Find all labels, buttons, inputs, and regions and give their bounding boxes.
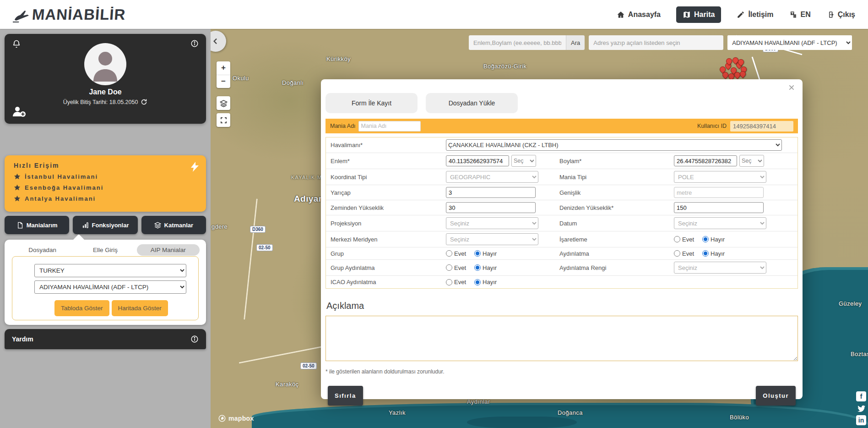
mania-tipi-select[interactable]: POLE bbox=[674, 171, 766, 183]
radio-hayir[interactable]: Hayır bbox=[474, 264, 497, 271]
manialarim-panel: Dosyadan Elle Giriş AIP Manialar TURKEY … bbox=[5, 240, 206, 325]
quick-access-item-esenboga[interactable]: Esenboğa Havalimani bbox=[14, 184, 197, 191]
datum-select[interactable]: Seçiniz bbox=[674, 217, 766, 229]
koordinat-tipi-select[interactable]: GEOGRAPHIC bbox=[446, 171, 538, 183]
help-panel-header[interactable]: Yardım bbox=[5, 329, 206, 349]
map-place-label: Doğanca bbox=[558, 409, 583, 416]
enlem-sec-select[interactable]: Seç bbox=[511, 155, 536, 167]
mania-form: Havalimanı* ÇANAKKALE HAVALİMANI (CKZ - … bbox=[326, 137, 798, 289]
grup-radio-group: Evet Hayır bbox=[446, 250, 559, 257]
create-button[interactable]: Oluştur bbox=[756, 386, 796, 406]
merkezi-meridyen-select[interactable]: Seçiniz bbox=[446, 233, 538, 245]
search-button[interactable]: Ara bbox=[566, 35, 585, 50]
map-place-label: Okulu bbox=[233, 75, 249, 82]
description-title: Açıklama bbox=[326, 301, 798, 311]
linkedin-icon[interactable]: in bbox=[856, 415, 866, 425]
translate-icon bbox=[789, 11, 797, 19]
radio-hayir[interactable]: Hayır bbox=[702, 236, 725, 243]
tab-dosyadan[interactable]: Dosyadan bbox=[11, 244, 74, 256]
zoom-out-button[interactable]: − bbox=[217, 75, 230, 88]
tab-elle-giris[interactable]: Elle Giriş bbox=[74, 244, 136, 256]
boylam-input[interactable] bbox=[674, 155, 737, 166]
grup-aydinlatma-radio-group: Evet Hayır bbox=[446, 264, 559, 271]
notification-bell-icon[interactable] bbox=[12, 39, 21, 50]
form-row-grup-aydinlatma: Grup Evet Hayır Aydınlatma Evet Hayır bbox=[326, 247, 797, 260]
zeminden-yukseklik-input[interactable] bbox=[446, 202, 536, 213]
radio-evet[interactable]: Evet bbox=[446, 279, 466, 285]
map-place-label: Yazlık bbox=[389, 409, 406, 416]
show-in-table-button[interactable]: Tabloda Göster bbox=[54, 300, 109, 316]
icao-radio-group: Evet Hayır bbox=[446, 279, 559, 285]
airport-select[interactable]: ADIYAMAN HAVALİMANI (ADF - LTCP) bbox=[34, 280, 186, 294]
tab-form-ile-kayit[interactable]: Form İle Kayıt bbox=[326, 93, 418, 113]
nav-language[interactable]: EN bbox=[789, 11, 811, 19]
road-badge: D360 bbox=[250, 226, 266, 233]
map-search-bar: Ara ADIYAMAN HAVALİMANI (ADF - LTCP) bbox=[469, 35, 852, 50]
star-icon bbox=[14, 195, 21, 202]
layers-icon bbox=[220, 99, 228, 107]
tab-dosyadan-yukle[interactable]: Dosyadan Yükle bbox=[426, 93, 518, 113]
required-fields-note: * ile gösterilen alanların doldurulması … bbox=[326, 368, 798, 375]
quick-access-item-istanbul[interactable]: İstanbul Havalimani bbox=[14, 173, 197, 180]
road-badge: 02-50 bbox=[300, 362, 317, 369]
nav-harita[interactable]: Harita bbox=[676, 6, 721, 23]
aydinlatma-rengi-select[interactable]: Seçiniz bbox=[674, 262, 766, 274]
radio-evet[interactable]: Evet bbox=[446, 264, 466, 271]
form-row-koordinat-mania-tipi: Koordinat Tipi GEOGRAPHIC Mania Tipi POL… bbox=[326, 169, 797, 185]
radio-evet[interactable]: Evet bbox=[446, 250, 466, 257]
aip-buttons: Tabloda Göster Haritada Göster bbox=[34, 300, 198, 316]
yaricap-input[interactable] bbox=[446, 187, 536, 198]
profile-card: Jane Doe Üyelik Bitiş Tarihi: 18.05.2050 bbox=[5, 34, 206, 124]
close-icon[interactable] bbox=[788, 83, 795, 93]
help-info-icon[interactable] bbox=[190, 335, 199, 343]
radio-evet[interactable]: Evet bbox=[674, 250, 694, 257]
radio-hayir[interactable]: Hayır bbox=[474, 279, 497, 285]
quick-access-title: Hızlı Erişim bbox=[14, 162, 197, 169]
country-select[interactable]: TURKEY bbox=[34, 264, 186, 277]
aip-selection-box: TURKEY ADIYAMAN HAVALİMANI (ADF - LTCP) … bbox=[12, 256, 199, 320]
enlem-input[interactable] bbox=[446, 155, 509, 166]
nav-iletisim[interactable]: İletişim bbox=[737, 11, 773, 19]
form-row-havalimani: Havalimanı* ÇANAKKALE HAVALİMANI (CKZ - … bbox=[326, 137, 797, 153]
map-airport-select[interactable]: ADIYAMAN HAVALİMANI (ADF - LTCP) bbox=[727, 35, 852, 50]
radio-hayir[interactable]: Hayır bbox=[702, 250, 725, 257]
document-icon bbox=[16, 222, 23, 229]
zoom-control: + − bbox=[217, 61, 230, 88]
zoom-in-button[interactable]: + bbox=[217, 61, 230, 75]
boylam-sec-select[interactable]: Seç bbox=[739, 155, 764, 167]
twitter-icon[interactable] bbox=[856, 403, 866, 413]
havalimani-select[interactable]: ÇANAKKALE HAVALİMANI (CKZ - LTBH) bbox=[446, 139, 782, 151]
mania-name-bar: Mania Adı Kullanıcı ID bbox=[326, 119, 798, 133]
refresh-icon[interactable] bbox=[141, 99, 147, 105]
water-area bbox=[467, 417, 577, 428]
address-input[interactable] bbox=[589, 35, 723, 50]
description-textarea[interactable] bbox=[326, 316, 798, 361]
mania-name-input[interactable] bbox=[358, 121, 421, 132]
layers-toggle-button[interactable] bbox=[217, 96, 230, 110]
fullscreen-button[interactable] bbox=[217, 113, 230, 127]
facebook-icon[interactable]: f bbox=[856, 391, 866, 401]
radio-evet[interactable]: Evet bbox=[674, 236, 694, 243]
user-id-input[interactable] bbox=[730, 121, 793, 132]
collapse-sidebar-button[interactable] bbox=[211, 31, 226, 52]
genislik-input[interactable] bbox=[674, 187, 764, 198]
reset-button[interactable]: Sıfırla bbox=[328, 386, 363, 406]
radio-hayir[interactable]: Hayır bbox=[474, 250, 497, 257]
coordinate-input[interactable] bbox=[469, 35, 566, 50]
show-on-map-button[interactable]: Haritada Göster bbox=[112, 300, 168, 316]
profile-name: Jane Doe bbox=[5, 88, 206, 96]
form-row-meridyen-isaretleme: Merkezi Meridyen Seçiniz İşaretleme Evet… bbox=[326, 231, 797, 247]
denizden-yukseklik-input[interactable] bbox=[674, 202, 764, 213]
profile-info-icon[interactable] bbox=[190, 39, 199, 49]
tab-katmanlar[interactable]: Katmanlar bbox=[141, 216, 206, 234]
map-canvas[interactable]: Kürikköy Boğazözü-Girik Okulu Doğanlı KA… bbox=[211, 29, 868, 428]
tab-aip-manialar[interactable]: AIP Manialar bbox=[137, 244, 200, 256]
nav-anasayfa[interactable]: Anasayfa bbox=[617, 11, 661, 19]
projeksiyon-select[interactable]: Seçiniz bbox=[446, 217, 538, 229]
quick-access-item-antalya[interactable]: Antalya Havalimani bbox=[14, 195, 197, 202]
tab-fonksiyonlar[interactable]: Fonksiyonlar bbox=[73, 216, 137, 234]
nav-cikis[interactable]: Çıkış bbox=[826, 11, 855, 19]
add-user-icon[interactable] bbox=[12, 105, 26, 119]
avatar bbox=[84, 43, 126, 85]
tab-manialarim[interactable]: Manialarım bbox=[5, 216, 69, 234]
